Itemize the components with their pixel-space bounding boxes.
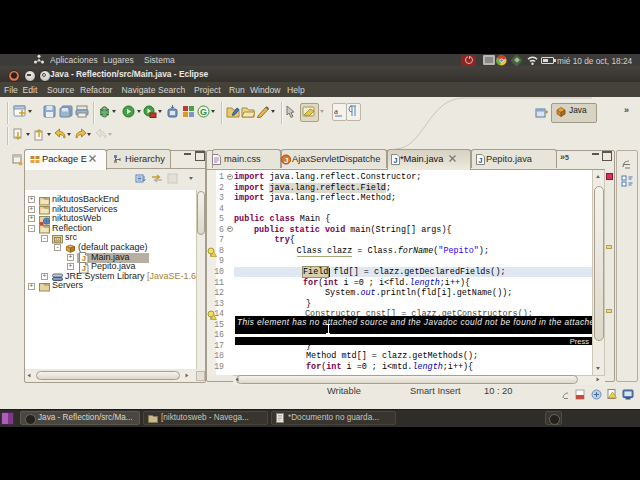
- svg-text:G: G: [200, 107, 207, 117]
- svg-text:a: a: [334, 106, 338, 116]
- svg-text:J: J: [284, 155, 288, 164]
- svg-text:J: J: [393, 156, 398, 165]
- svg-text:J: J: [478, 156, 483, 165]
